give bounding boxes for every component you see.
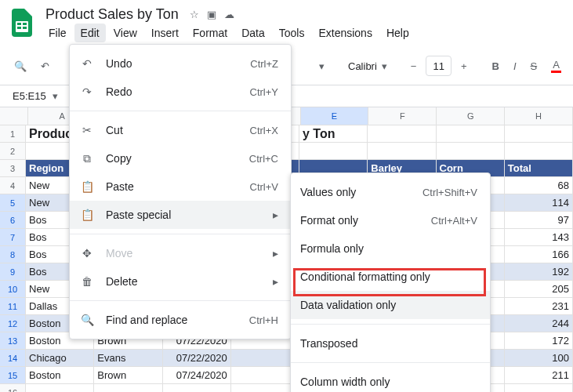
cell[interactable]: [368, 125, 436, 142]
select-all-cell[interactable]: [0, 107, 28, 125]
strikethrough-button[interactable]: S: [526, 57, 542, 75]
cell[interactable]: 172: [505, 332, 573, 349]
cell[interactable]: y Ton: [299, 125, 368, 142]
row-header[interactable]: 3: [0, 160, 26, 176]
col-header[interactable]: G: [437, 107, 505, 125]
cell[interactable]: [94, 384, 162, 392]
cell[interactable]: 211: [505, 367, 573, 383]
cell[interactable]: [163, 384, 231, 392]
font-size-decrease[interactable]: −: [406, 57, 422, 75]
font-size-increase[interactable]: +: [456, 57, 472, 75]
row-header[interactable]: 16: [0, 384, 26, 392]
row-header[interactable]: 2: [0, 143, 26, 159]
menu-paste[interactable]: 📋PasteCtrl+V: [70, 172, 291, 201]
cell[interactable]: 244: [505, 315, 573, 332]
menu-format[interactable]: Format: [187, 24, 234, 42]
chevron-down-icon[interactable]: ▾: [314, 57, 329, 75]
search-menus-icon[interactable]: 🔍: [9, 57, 31, 75]
font-family-select[interactable]: Calibri▾: [345, 60, 390, 72]
cell[interactable]: 114: [505, 194, 573, 211]
menu-tools[interactable]: Tools: [273, 24, 311, 42]
row-header[interactable]: 4: [0, 177, 26, 194]
menu-data[interactable]: Data: [235, 24, 271, 42]
menu-cut[interactable]: ✂CutCtrl+X: [70, 116, 291, 144]
row-header[interactable]: 7: [0, 229, 26, 245]
submenu-column-width[interactable]: Column width only: [291, 368, 490, 392]
menu-undo[interactable]: ↶UndoCtrl+Z: [70, 49, 291, 78]
cell[interactable]: 68: [505, 177, 573, 194]
menu-delete[interactable]: 🗑Delete▸: [70, 267, 291, 296]
cell[interactable]: [505, 143, 573, 159]
name-box[interactable]: E5:E15▾: [6, 89, 66, 103]
menu-insert[interactable]: Insert: [145, 24, 185, 42]
cell[interactable]: [437, 143, 505, 159]
row-header[interactable]: 12: [0, 315, 26, 332]
cell[interactable]: Boston: [26, 367, 94, 383]
cell[interactable]: 166: [505, 246, 573, 263]
menu-view[interactable]: View: [107, 24, 143, 42]
submenu-data-validation[interactable]: Data validation only: [291, 291, 490, 319]
cell[interactable]: 143: [505, 229, 573, 245]
bold-button[interactable]: B: [488, 57, 504, 75]
row-header[interactable]: 8: [0, 246, 26, 263]
font-size-input[interactable]: 11: [426, 56, 451, 76]
cell[interactable]: 205: [505, 281, 573, 297]
row-header[interactable]: 14: [0, 350, 26, 366]
cell[interactable]: 07/22/2020: [163, 350, 231, 366]
submenu-format-only[interactable]: Format onlyCtrl+Alt+V: [291, 206, 490, 234]
submenu-values-only[interactable]: Values onlyCtrl+Shift+V: [291, 178, 490, 206]
cell[interactable]: 100: [505, 350, 573, 366]
cell[interactable]: Chicago: [26, 350, 94, 366]
submenu-conditional-formatting[interactable]: Conditional formatting only: [291, 263, 490, 291]
paste-special-submenu: Values onlyCtrl+Shift+V Format onlyCtrl+…: [290, 172, 491, 392]
menu-paste-special[interactable]: 📋Paste special▸: [70, 201, 291, 229]
cell[interactable]: [505, 384, 573, 392]
row-header[interactable]: 6: [0, 212, 26, 228]
cell[interactable]: 07/24/2020: [163, 367, 231, 383]
menu-copy[interactable]: ⧉CopyCtrl+C: [70, 144, 291, 172]
menu-help[interactable]: Help: [380, 24, 415, 42]
menu-edit[interactable]: Edit: [74, 24, 106, 42]
col-header[interactable]: H: [505, 107, 573, 125]
submenu-formula-only[interactable]: Formula only: [291, 234, 490, 263]
cell[interactable]: [231, 367, 299, 383]
find-icon: 🔍: [79, 314, 95, 326]
menu-redo[interactable]: ↷RedoCtrl+Y: [70, 78, 291, 106]
cell[interactable]: Brown: [94, 367, 162, 383]
move-folder-icon[interactable]: ▣: [207, 9, 216, 20]
star-icon[interactable]: ☆: [190, 9, 199, 20]
row-header[interactable]: 13: [0, 332, 26, 349]
menu-extensions[interactable]: Extensions: [312, 24, 378, 42]
cell[interactable]: [231, 384, 299, 392]
menu-file[interactable]: File: [42, 24, 73, 42]
cell[interactable]: 97: [505, 212, 573, 228]
doc-title[interactable]: Product Sales by Ton: [42, 5, 182, 24]
text-color-button[interactable]: A: [546, 56, 566, 76]
cell[interactable]: [231, 350, 299, 366]
undo-icon[interactable]: ↶: [36, 57, 54, 75]
submenu-transposed[interactable]: Transposed: [291, 329, 490, 358]
cell[interactable]: [299, 143, 368, 159]
menu-find-replace[interactable]: 🔍Find and replaceCtrl+H: [70, 306, 291, 334]
cell[interactable]: [368, 143, 436, 159]
cell[interactable]: [26, 384, 94, 392]
row-header[interactable]: 10: [0, 281, 26, 297]
cloud-status-icon[interactable]: ☁: [224, 9, 234, 20]
col-header[interactable]: E: [301, 107, 369, 125]
cell[interactable]: 192: [505, 263, 573, 280]
paste-icon: 📋: [79, 180, 95, 193]
row-header[interactable]: 9: [0, 263, 26, 280]
row-header[interactable]: 15: [0, 367, 26, 383]
cell[interactable]: 231: [505, 298, 573, 314]
col-header[interactable]: F: [368, 107, 437, 125]
cell[interactable]: [505, 125, 573, 142]
sheets-logo-icon[interactable]: [9, 6, 34, 39]
cell[interactable]: Evans: [94, 350, 162, 366]
row-header[interactable]: 1: [0, 125, 26, 142]
row-header[interactable]: 11: [0, 298, 26, 314]
cell[interactable]: Total: [505, 160, 573, 176]
italic-button[interactable]: I: [509, 57, 521, 75]
row-header[interactable]: 5: [0, 194, 26, 211]
redo-icon: ↷: [79, 85, 95, 98]
cell[interactable]: [437, 125, 505, 142]
